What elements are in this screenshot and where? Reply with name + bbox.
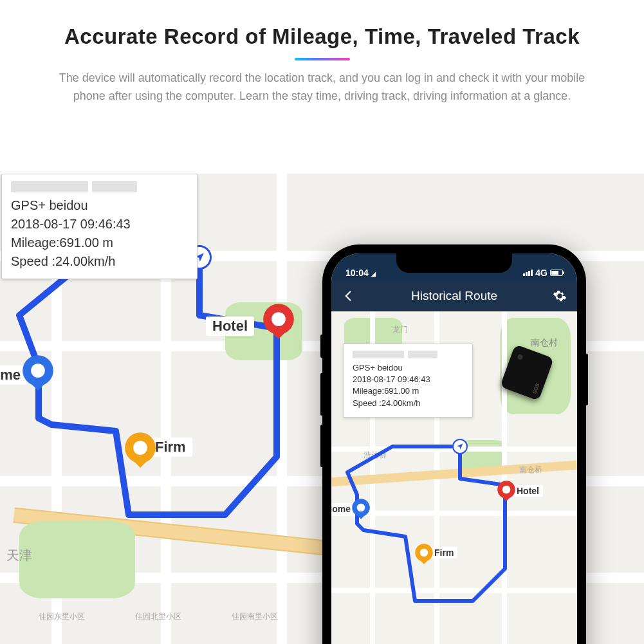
pin-firm-label: Firm xyxy=(430,547,457,558)
phone-map[interactable]: 龙门 南仓村 浩达桥 南仓桥 佳园东里小区 佳园北里小区 喜旺汇 Home Ho… xyxy=(331,311,577,644)
gps-device-image xyxy=(506,350,558,401)
info-mileage: Mileage:691.00 m xyxy=(353,385,463,397)
svg-point-5 xyxy=(133,441,147,455)
navbar-title: Historical Route xyxy=(411,289,497,303)
pin-hotel-label: Hotel xyxy=(513,485,543,497)
map-label: 浩达桥 xyxy=(363,450,387,461)
info-mileage: Mileage:691.00 m xyxy=(11,234,188,252)
pin-firm[interactable]: Firm xyxy=(409,543,439,562)
pin-home[interactable]: Home xyxy=(345,498,376,517)
tracker-info-callout[interactable]: GPS+ beidou 2018-08-17 09:46:43 Mileage:… xyxy=(343,344,473,418)
info-timestamp: 2018-08-17 09:46:43 xyxy=(11,215,188,234)
signal-icon xyxy=(523,270,533,276)
pin-hotel: Hotel xyxy=(251,302,306,336)
map-label: 龙门 xyxy=(392,324,408,335)
info-gps: GPS+ beidou xyxy=(11,196,188,215)
svg-point-11 xyxy=(420,549,428,557)
info-gps: GPS+ beidou xyxy=(353,362,463,374)
svg-point-3 xyxy=(271,312,286,326)
pin-hotel[interactable]: Hotel xyxy=(491,480,522,499)
svg-point-7 xyxy=(357,504,365,512)
phone-notch xyxy=(396,253,512,273)
pin-home: Home xyxy=(10,354,66,387)
info-speed: Speed :24.00km/h xyxy=(11,252,188,271)
status-time: 10:04 ◢ xyxy=(345,268,376,278)
tracker-info-callout: GPS+ beidou 2018-08-17 09:46:43 Mileage:… xyxy=(1,174,198,279)
info-speed: Speed :24.00km/h xyxy=(353,398,463,409)
phone-mockup: 10:04 ◢ 4G Historical Route xyxy=(322,244,586,644)
gradient-divider xyxy=(295,58,350,60)
pin-firm: Firm xyxy=(113,431,168,465)
status-network: 4G xyxy=(535,268,547,278)
settings-button[interactable] xyxy=(551,288,568,304)
app-navbar: Historical Route xyxy=(331,281,577,311)
map-label: 佳园北里小区 xyxy=(135,611,181,622)
page-description: The device will automatically record the… xyxy=(42,69,602,106)
map-label: 南仓桥 xyxy=(519,465,542,475)
navigation-cursor-icon xyxy=(452,439,468,454)
battery-icon xyxy=(550,270,563,276)
map-label: 天津 xyxy=(6,547,32,564)
map-label: 佳园南里小区 xyxy=(232,611,278,622)
map-label: 佳园东里小区 xyxy=(39,611,85,622)
info-timestamp: 2018-08-17 09:46:43 xyxy=(353,374,463,385)
pin-hotel-label: Hotel xyxy=(206,317,254,336)
page-title: Accurate Record of Mileage, Time, Travel… xyxy=(0,24,644,49)
back-button[interactable] xyxy=(340,288,357,304)
svg-point-1 xyxy=(31,363,45,378)
svg-point-9 xyxy=(502,486,511,494)
map-label: 南仓村 xyxy=(531,337,558,349)
